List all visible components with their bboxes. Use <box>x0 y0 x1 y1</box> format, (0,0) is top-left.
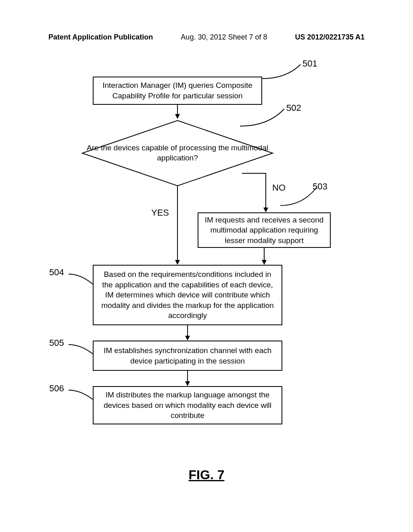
box-504: Based on the requirements/conditions inc… <box>93 265 282 325</box>
header-pubnum: US 2012/0221735 A1 <box>295 33 365 42</box>
ref-502: 502 <box>286 103 301 113</box>
box-503: IM requests and receives a second multim… <box>198 212 331 248</box>
ref-504: 504 <box>49 267 64 278</box>
ref-506: 506 <box>49 383 64 394</box>
arrowhead-no <box>263 208 268 212</box>
figure-label: FIG. 7 <box>0 468 413 482</box>
label-yes: YES <box>151 208 169 218</box>
arrowhead-yes <box>175 260 180 265</box>
page-header: Patent Application Publication Aug. 30, … <box>0 33 413 42</box>
leader-506 <box>67 388 95 402</box>
box-503-text: IM requests and receives a second multim… <box>204 215 324 246</box>
arrowhead-503-504 <box>262 260 267 265</box>
diamond-502-text: Are the devices capable of processing th… <box>81 119 274 187</box>
box-505-text: IM establishes synchronization channel w… <box>99 345 276 366</box>
arrowhead-505-506 <box>185 381 190 386</box>
line-yes-v <box>177 186 178 262</box>
leader-505 <box>67 343 95 357</box>
flowchart: Interaction Manager (IM) queries Composi… <box>48 62 355 466</box>
arrowhead-504-505 <box>185 336 190 341</box>
arrowhead-501-502 <box>175 114 180 119</box>
box-501: Interaction Manager (IM) queries Composi… <box>93 77 262 105</box>
arrow-503-504 <box>264 248 265 262</box>
ref-501: 501 <box>302 58 317 69</box>
leader-502 <box>240 107 292 129</box>
box-506-text: IM distributes the markup language among… <box>99 390 276 421</box>
line-no-h <box>242 173 266 174</box>
leader-504 <box>67 272 95 286</box>
ref-503: 503 <box>313 181 327 192</box>
diamond-502: Are the devices capable of processing th… <box>81 119 274 187</box>
line-no-v <box>265 173 266 209</box>
box-506: IM distributes the markup language among… <box>93 386 282 424</box>
box-504-text: Based on the requirements/conditions inc… <box>99 269 276 321</box>
header-publication: Patent Application Publication <box>48 33 153 42</box>
ref-505: 505 <box>49 338 64 348</box>
box-505: IM establishes synchronization channel w… <box>93 341 282 371</box>
box-501-text: Interaction Manager (IM) queries Composi… <box>99 80 256 101</box>
header-date-sheet: Aug. 30, 2012 Sheet 7 of 8 <box>181 33 267 42</box>
